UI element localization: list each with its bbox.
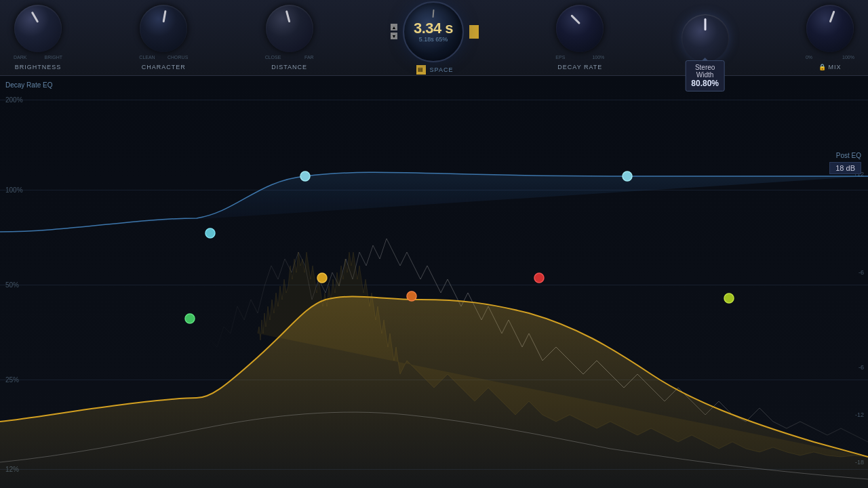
decay-time-value: 3.34 s: [414, 21, 453, 36]
distance-knob[interactable]: [266, 5, 313, 52]
eq-area: Decay Rate EQ Post EQ 18 dB 200% 100% +1…: [0, 76, 868, 488]
post-eq-value[interactable]: 18 dB: [829, 162, 861, 174]
stereo-width-group: Stereo Width 80.80%: [682, 14, 729, 62]
brightness-group: DARK BRIGHT BRIGHTNESS: [14, 5, 62, 70]
character-range: CLEAN CHORUS: [139, 55, 188, 60]
stereo-width-knob[interactable]: [682, 14, 729, 62]
post-eq-label: Post EQ: [836, 152, 861, 159]
character-label-left: CLEAN: [139, 55, 155, 60]
decay-right-indicator: [469, 25, 479, 39]
decay-arrow-down[interactable]: ▼: [391, 33, 397, 39]
brightness-label-left: DARK: [14, 55, 26, 60]
eq-title: Decay Rate EQ: [5, 81, 52, 89]
top-bar: DARK BRIGHT BRIGHTNESS CLEAN CHORUS CHAR…: [0, 0, 868, 76]
distance-label-right: FAR: [304, 55, 314, 60]
brightness-label: BRIGHTNESS: [15, 64, 62, 70]
character-label-right: CHORUS: [167, 55, 188, 60]
decay-rate-range: EPS 100%: [555, 55, 604, 60]
decay-rate-label: DECAY RATE: [557, 64, 602, 70]
distance-group: CLOSE FAR DISTANCE: [265, 5, 314, 70]
yellow-control-1[interactable]: [317, 273, 327, 283]
distance-label: DISTANCE: [271, 64, 307, 70]
distance-label-left: CLOSE: [265, 55, 281, 60]
mix-label-left: 0%: [806, 55, 812, 60]
decay-rate-knob[interactable]: [556, 5, 604, 52]
eq-svg: [0, 76, 868, 488]
mix-label: MIX: [828, 64, 841, 70]
yellow-fill: [0, 297, 868, 488]
character-label: CHARACTER: [142, 64, 186, 70]
lock-icon: 🔒: [818, 64, 826, 70]
decay-rate-label-right: 100%: [592, 55, 604, 60]
decay-rate-label-left: EPS: [555, 55, 565, 60]
mix-range: 0% 100%: [806, 55, 854, 60]
blue-eq-curve: [0, 172, 868, 232]
decay-sub-values: 5.18s 65%: [419, 36, 448, 43]
blue-control-3[interactable]: [623, 171, 632, 181]
yellow-green-control[interactable]: [724, 293, 734, 303]
brightness-label-right: BRIGHT: [45, 55, 62, 60]
mix-label-right: 100%: [842, 55, 854, 60]
distance-range: CLOSE FAR: [265, 55, 314, 60]
center-display: ▲ ▼ 3.34 s 5.18s 65% ▤ SPACE: [391, 1, 479, 75]
decay-rate-group: EPS 100% DECAY RATE: [555, 5, 604, 70]
red-control[interactable]: [534, 273, 544, 283]
space-label: ▤ SPACE: [416, 65, 454, 75]
character-knob[interactable]: [140, 5, 187, 52]
decay-arrows-left: ▲ ▼: [391, 24, 397, 39]
brightness-range: DARK BRIGHT: [14, 55, 62, 60]
decay-circle[interactable]: 3.34 s 5.18s 65%: [403, 1, 464, 62]
blue-control-2[interactable]: [300, 171, 310, 181]
character-group: CLEAN CHORUS CHARACTER: [139, 5, 188, 70]
mix-group: 0% 100% 🔒 MIX: [806, 5, 854, 70]
brightness-knob[interactable]: [14, 5, 62, 52]
mix-knob[interactable]: [806, 5, 854, 52]
decay-arrow-up[interactable]: ▲: [391, 24, 397, 30]
space-icon: ▤: [416, 65, 426, 75]
yellow-control-2[interactable]: [407, 291, 416, 301]
decay-display: ▲ ▼ 3.34 s 5.18s 65%: [391, 1, 479, 62]
green-control[interactable]: [185, 314, 195, 323]
mix-label-group: 🔒 MIX: [818, 64, 841, 70]
blue-control-1[interactable]: [205, 228, 215, 238]
decay-right-bar: [469, 25, 479, 39]
